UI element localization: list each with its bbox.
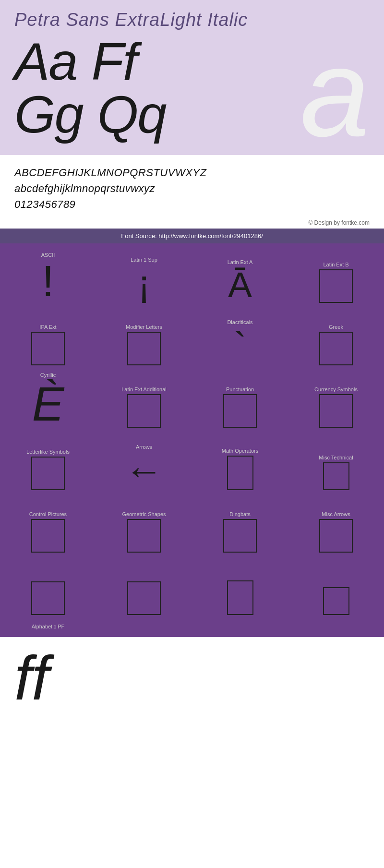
glyph-cell-latinextadd: Latin Ext Additional bbox=[96, 368, 192, 431]
glyph-char-egrve: È bbox=[32, 380, 64, 428]
glyph-label-controlpix: Control Pictures bbox=[29, 511, 67, 517]
glyph-row-1: ASCII ! Latin 1 Sup ¡ Latin Ext A Ā Lati… bbox=[0, 243, 384, 306]
glyph-empty-mathops bbox=[227, 456, 253, 490]
glyph-label-modletters: Modifier Letters bbox=[126, 324, 162, 330]
glyph-cell-ascii: ASCII ! bbox=[0, 243, 96, 306]
glyph-cell-r6c3 bbox=[192, 555, 288, 618]
glyph-label-alphabeticpf: Alphabetic PF bbox=[32, 624, 64, 629]
glyph-empty-r6c1 bbox=[31, 581, 65, 615]
glyph-cell-letterlike: Letterlike Symbols bbox=[0, 431, 96, 493]
glyph-char-amacron: Ā bbox=[228, 267, 252, 303]
glyph-char-invexclaim: ¡ bbox=[138, 265, 151, 303]
glyph-row-7: Alphabetic PF bbox=[0, 618, 384, 637]
glyph-label-mathops: Math Operators bbox=[222, 448, 258, 454]
glyph-grid: ASCII ! Latin 1 Sup ¡ Latin Ext A Ā Lati… bbox=[0, 243, 384, 637]
glyph-cell-punctuation: Punctuation bbox=[192, 368, 288, 431]
specimen-aa: Aa bbox=[14, 35, 77, 88]
glyph-cell-r6c1 bbox=[0, 555, 96, 618]
glyph-empty-controlpix bbox=[31, 519, 65, 553]
glyph-label-punctuation: Punctuation bbox=[226, 386, 254, 392]
alphabet-digits: 0123456789 bbox=[14, 196, 370, 212]
glyph-label-geoshapes: Geometric Shapes bbox=[122, 511, 166, 517]
glyph-char-backtick: ` bbox=[234, 327, 247, 365]
glyph-cell-misctech: Misc Technical bbox=[288, 431, 384, 493]
specimen-gg: Gg bbox=[14, 88, 83, 141]
alphabet-lower: abcdefghijklmnopqrstuvwxyz bbox=[14, 181, 370, 196]
glyph-row-6 bbox=[0, 555, 384, 618]
glyph-empty-currency bbox=[319, 394, 353, 428]
glyph-cell-greek: Greek bbox=[288, 306, 384, 368]
glyph-cell-r7c4 bbox=[288, 618, 384, 637]
glyph-label-dingbats: Dingbats bbox=[229, 511, 250, 517]
source-bar: Font Source: http://www.fontke.com/font/… bbox=[0, 229, 384, 243]
glyph-empty-modletters bbox=[127, 332, 161, 365]
specimen-letters-left: Aa Ff Gg Qq bbox=[14, 35, 166, 141]
specimen-row-2: Gg Qq bbox=[14, 88, 166, 141]
glyph-cell-r6c4 bbox=[288, 555, 384, 618]
glyph-label-misctech: Misc Technical bbox=[319, 455, 353, 460]
glyph-cell-arrows: Arrows ← bbox=[96, 431, 192, 493]
alphabet-upper: ABCDEFGHIJKLMNOPQRSTUVWXYZ bbox=[14, 165, 370, 181]
glyph-empty-geoshapes bbox=[127, 519, 161, 553]
specimen-area: Aa Ff Gg Qq a bbox=[14, 35, 370, 141]
glyph-empty-misctech bbox=[323, 462, 349, 490]
bottom-section: ff bbox=[0, 637, 384, 723]
glyph-label-latinextb: Latin Ext B bbox=[323, 262, 348, 267]
glyph-cell-latinextb: Latin Ext B bbox=[288, 243, 384, 306]
glyph-row-5: Control Pictures Geometric Shapes Dingba… bbox=[0, 493, 384, 555]
specimen-ff: Ff bbox=[92, 35, 137, 88]
glyph-cell-r7c2 bbox=[96, 618, 192, 637]
glyph-empty-dingbats bbox=[223, 519, 257, 553]
glyph-empty-punctuation bbox=[223, 394, 257, 428]
glyph-cell-dingbats: Dingbats bbox=[192, 493, 288, 555]
glyph-empty-r6c2 bbox=[127, 581, 161, 615]
glyph-empty-ipaext bbox=[31, 332, 65, 365]
header-section: Petra Sans ExtraLight Italic Aa Ff Gg Qq… bbox=[0, 0, 384, 155]
glyph-empty-r6c3 bbox=[227, 580, 253, 615]
glyph-label-currency: Currency Symbols bbox=[314, 386, 358, 392]
glyph-label-greek: Greek bbox=[329, 324, 343, 330]
glyph-cell-mathops: Math Operators bbox=[192, 431, 288, 493]
specimen-big-a: a bbox=[300, 30, 370, 155]
glyph-row-4: Letterlike Symbols Arrows ← Math Operato… bbox=[0, 431, 384, 493]
glyph-cell-ipaext: IPA Ext bbox=[0, 306, 96, 368]
glyph-cell-latinexta: Latin Ext A Ā bbox=[192, 243, 288, 306]
glyph-cell-controlpix: Control Pictures bbox=[0, 493, 96, 555]
glyph-label-ipaext: IPA Ext bbox=[39, 324, 56, 330]
glyph-empty-miscarrows bbox=[319, 519, 353, 553]
glyph-cell-miscarrows: Misc Arrows bbox=[288, 493, 384, 555]
glyph-row-3: Cyrillic È Latin Ext Additional Punctuat… bbox=[0, 368, 384, 431]
bottom-ff-ligature: ff bbox=[14, 647, 370, 709]
glyph-char-exclaim: ! bbox=[42, 260, 54, 303]
glyph-cell-currency: Currency Symbols bbox=[288, 368, 384, 431]
glyph-empty-greek bbox=[319, 332, 353, 365]
glyph-empty-latinextadd bbox=[127, 394, 161, 428]
glyph-cell-geoshapes: Geometric Shapes bbox=[96, 493, 192, 555]
glyph-cell-modletters: Modifier Letters bbox=[96, 306, 192, 368]
glyph-empty-r6c4 bbox=[323, 587, 349, 615]
glyph-cell-alphabeticpf: Alphabetic PF bbox=[0, 618, 96, 637]
specimen-qq: Qq bbox=[97, 88, 166, 141]
glyph-cell-cyrillic: Cyrillic È bbox=[0, 368, 96, 431]
glyph-label-latinextadd: Latin Ext Additional bbox=[121, 386, 167, 392]
glyph-label-letterlike: Letterlike Symbols bbox=[26, 449, 70, 455]
glyph-empty-latinextb bbox=[319, 269, 353, 303]
specimen-row-1: Aa Ff bbox=[14, 35, 166, 88]
glyph-cell-r6c2 bbox=[96, 555, 192, 618]
glyph-empty-letterlike bbox=[31, 457, 65, 490]
glyph-label-miscarrows: Misc Arrows bbox=[322, 511, 350, 517]
glyph-cell-r7c3 bbox=[192, 618, 288, 637]
glyph-char-leftarrow: ← bbox=[125, 452, 163, 490]
alphabet-section: ABCDEFGHIJKLMNOPQRSTUVWXYZ abcdefghijklm… bbox=[0, 155, 384, 217]
copyright-line: © Design by fontke.com bbox=[0, 217, 384, 229]
glyph-cell-latin1sup: Latin 1 Sup ¡ bbox=[96, 243, 192, 306]
glyph-row-2: IPA Ext Modifier Letters Diacriticals ` … bbox=[0, 306, 384, 368]
glyph-cell-diacriticals: Diacriticals ` bbox=[192, 306, 288, 368]
